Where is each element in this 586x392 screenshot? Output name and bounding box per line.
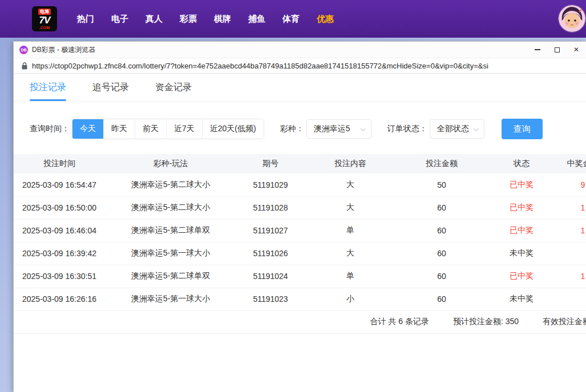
lottery-filter-label: 彩种：: [280, 124, 304, 134]
tab-3[interactable]: 资金记录: [155, 74, 192, 101]
time-option[interactable]: 近20天(低频): [202, 119, 264, 139]
game-play: 澳洲幸运5-第二球大小: [105, 196, 236, 219]
page-content: 投注记录追号记录资金记录 查询时间： 今天昨天前天近7天近20天(低频) 彩种：…: [14, 74, 586, 392]
summary-valid-amount: 有效投注金额:: [543, 317, 586, 327]
table-row: 2025-03-09 16:50:00澳洲幸运5-第二球大小51191028大6…: [14, 196, 586, 219]
bet-content: 大: [305, 196, 396, 219]
bet-content: 大: [305, 242, 396, 265]
summary-expected-amount: 预计投注金额: 350: [453, 317, 519, 327]
window-titlebar: DB DB彩票 - 极速浏览器 ✕: [14, 42, 586, 58]
avatar-image: [559, 5, 585, 32]
status-cell: 已中奖: [487, 196, 556, 219]
bet-time: 2025-03-09 16:46:04: [14, 219, 105, 242]
minimize-button[interactable]: [528, 42, 547, 58]
bet-time: 2025-03-09 16:30:51: [14, 265, 105, 288]
summary-row: 合计 共 6 条记录 预计投注金额: 350 有效投注金额:: [14, 311, 586, 334]
bet-time: 2025-03-09 16:54:47: [14, 173, 105, 196]
table-body: 2025-03-09 16:54:47澳洲幸运5-第二球大小51191029大5…: [14, 173, 586, 310]
status-cell: 已中奖: [487, 219, 556, 242]
table-row: 2025-03-09 16:26:16澳洲幸运5-第一球大小51191023小6…: [14, 288, 586, 310]
nav-item-3[interactable]: 真人: [137, 0, 171, 38]
bet-content: 大: [305, 173, 396, 196]
status-filter-label: 订单状态：: [387, 124, 427, 134]
tab-1[interactable]: 投注记录: [30, 74, 66, 101]
lottery-select[interactable]: 澳洲幸运5: [306, 119, 371, 139]
address-bar[interactable]: https://ctop02pchwp1.zfnc84.com/lottery/…: [14, 58, 586, 74]
status-select-value: 全部状态: [437, 124, 469, 134]
bet-time: 2025-03-09 16:26:16: [14, 288, 105, 310]
nav-item-5[interactable]: 棋牌: [205, 0, 240, 38]
logo-suffix: .COM: [39, 26, 50, 30]
status-cell: 已中奖: [487, 265, 556, 288]
window-title: DB彩票 - 极速浏览器: [32, 45, 528, 55]
table-row: 2025-03-09 16:30:51澳洲幸运5-第二球单双51191024单6…: [14, 265, 586, 288]
url-text: https://ctop02pchwp1.zfnc84.com/lottery/…: [32, 62, 488, 70]
game-play: 澳洲幸运5-第二球单双: [105, 219, 236, 242]
table-row: 2025-03-09 16:54:47澳洲幸运5-第二球大小51191029大5…: [14, 173, 586, 196]
time-option[interactable]: 近7天: [166, 119, 202, 139]
maximize-icon: [555, 47, 560, 52]
status-cell: 未中奖: [487, 288, 556, 310]
chevron-down-icon: [473, 126, 479, 131]
game-play: 澳洲幸运5-第一球大小: [105, 288, 236, 310]
bet-content: 单: [305, 219, 396, 242]
issue-number: 51191029: [236, 173, 305, 196]
column-header: 中奖金额: [556, 154, 586, 173]
table-header-row: 投注时间彩种-玩法期号投注内容投注金额状态中奖金额: [14, 154, 586, 173]
site-logo[interactable]: 电博 7V .COM: [32, 6, 57, 31]
column-header: 投注时间: [14, 154, 105, 173]
time-range-group: 今天昨天前天近7天近20天(低频): [72, 119, 264, 139]
nav-item-8[interactable]: 优惠: [308, 0, 342, 38]
bet-amount: 60: [396, 288, 487, 310]
game-play: 澳洲幸运5-第二球单双: [105, 265, 236, 288]
nav-item-2[interactable]: 电子: [103, 0, 137, 38]
nav-item-6[interactable]: 捕鱼: [240, 0, 274, 38]
query-button[interactable]: 查询: [502, 119, 543, 139]
column-header: 期号: [236, 154, 305, 173]
issue-number: 51191028: [236, 196, 305, 219]
close-button[interactable]: ✕: [567, 42, 586, 58]
win-amount-cell: 1: [556, 219, 586, 242]
browser-window: DB DB彩票 - 极速浏览器 ✕ https://ctop02pchwp1.z…: [13, 41, 586, 392]
bet-time: 2025-03-09 16:50:00: [14, 196, 105, 219]
logo-text: 7V: [39, 15, 50, 25]
issue-number: 51191027: [236, 219, 305, 242]
bet-content: 单: [305, 265, 396, 288]
nav-item-1[interactable]: 热门: [68, 0, 103, 38]
maximize-button[interactable]: [547, 42, 567, 58]
time-option[interactable]: 今天: [72, 119, 103, 139]
order-status-select[interactable]: 全部状态: [430, 119, 484, 139]
time-option[interactable]: 昨天: [103, 119, 135, 139]
bet-time: 2025-03-09 16:39:42: [14, 242, 105, 265]
issue-number: 51191026: [236, 242, 305, 265]
minimize-icon: [535, 49, 540, 50]
status-cell: 已中奖: [487, 173, 556, 196]
bet-amount: 50: [396, 173, 487, 196]
tab-2[interactable]: 追号记录: [92, 74, 129, 101]
bet-amount: 60: [396, 196, 487, 219]
status-cell: 未中奖: [487, 242, 556, 265]
lock-icon: [22, 62, 27, 70]
column-header: 状态: [487, 154, 556, 173]
lottery-select-value: 澳洲幸运5: [314, 124, 350, 134]
win-amount-cell: [556, 288, 586, 310]
summary-total: 合计 共 6 条记录: [370, 317, 429, 327]
tabs: 投注记录追号记录资金记录: [14, 74, 586, 102]
win-amount-cell: [556, 242, 586, 265]
table-row: 2025-03-09 16:39:42澳洲幸运5-第一球大小51191026大6…: [14, 242, 586, 265]
bet-records-table-wrap: 投注时间彩种-玩法期号投注内容投注金额状态中奖金额 2025-03-09 16:…: [14, 154, 586, 334]
win-amount-cell: 9: [556, 173, 586, 196]
logo-badge: 电博: [38, 9, 51, 15]
win-amount-cell: 1: [556, 196, 586, 219]
site-topbar: 电博 7V .COM 热门电子真人彩票棋牌捕鱼体育优惠: [0, 0, 586, 38]
nav-item-4[interactable]: 彩票: [171, 0, 205, 38]
site-favicon: DB: [19, 46, 28, 54]
game-play: 澳洲幸运5-第二球大小: [105, 173, 236, 196]
user-avatar[interactable]: [559, 5, 585, 32]
nav-item-7[interactable]: 体育: [274, 0, 308, 38]
bet-amount: 60: [396, 265, 487, 288]
filter-bar: 查询时间： 今天昨天前天近7天近20天(低频) 彩种： 澳洲幸运5 订单状态： …: [30, 119, 586, 139]
game-play: 澳洲幸运5-第一球大小: [105, 242, 236, 265]
table-row: 2025-03-09 16:46:04澳洲幸运5-第二球单双51191027单6…: [14, 219, 586, 242]
time-option[interactable]: 前天: [135, 119, 166, 139]
